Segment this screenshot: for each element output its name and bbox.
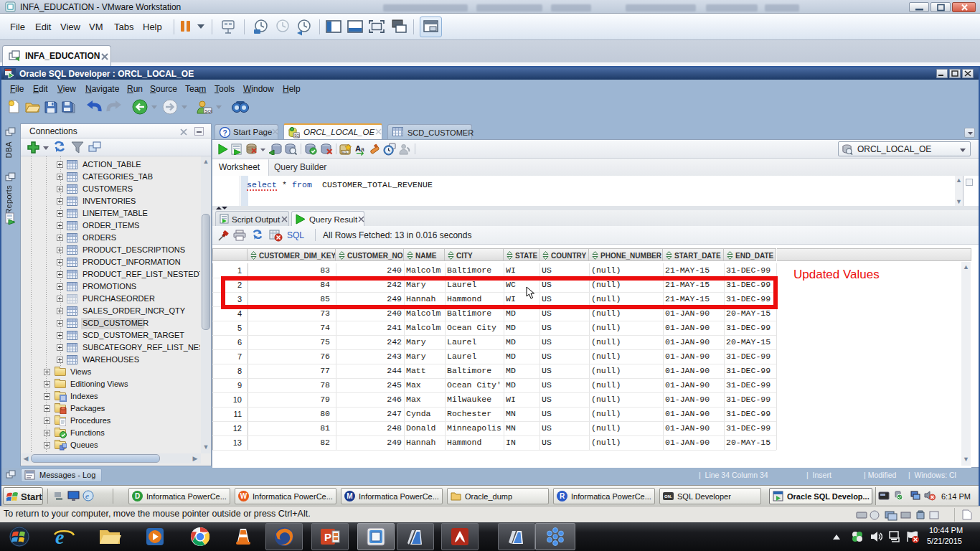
svg-text:SQL: SQL bbox=[205, 109, 213, 113]
svg-text:SQL: SQL bbox=[294, 133, 300, 138]
svg-text:SQL: SQL bbox=[341, 151, 348, 154]
svg-text:?: ? bbox=[223, 129, 227, 137]
svg-text:A: A bbox=[355, 144, 361, 153]
svg-text:e: e bbox=[85, 491, 89, 500]
svg-text:ON.: ON. bbox=[664, 494, 672, 499]
svg-text:e: e bbox=[55, 526, 64, 548]
svg-text:P: P bbox=[324, 531, 331, 543]
